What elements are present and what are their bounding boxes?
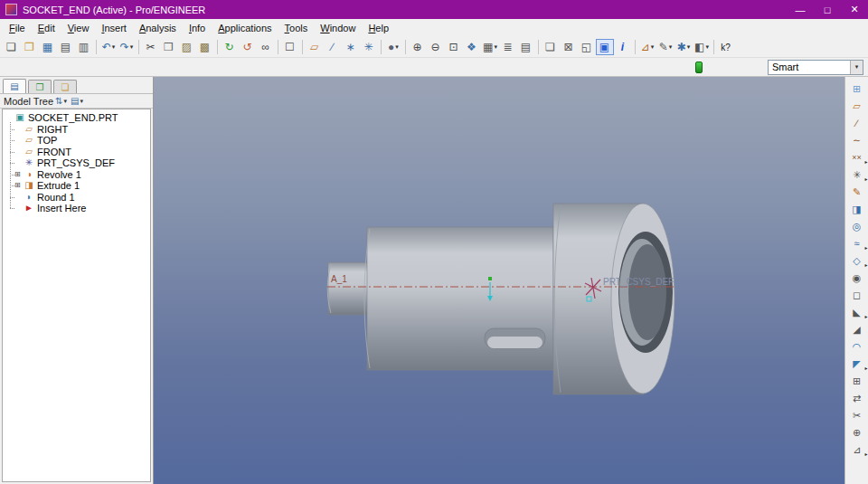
zoom-out-icon[interactable]: ⊖ <box>427 39 445 55</box>
selection-filter-combo[interactable]: Smart ▾ <box>768 60 863 75</box>
chevron-down-icon[interactable]: ▾ <box>850 61 863 74</box>
minimize-button[interactable]: — <box>787 0 814 19</box>
datum-axis-display-icon[interactable]: ∕ <box>324 39 342 55</box>
blend-icon[interactable]: ◇▸ <box>848 253 866 268</box>
csys-label[interactable]: PRT_CSYS_DEF <box>603 277 674 287</box>
save-icon[interactable]: ▦ <box>39 39 57 55</box>
new-window-icon[interactable]: ❏ <box>542 39 560 55</box>
menu-item[interactable]: Help <box>362 21 395 35</box>
titlebar[interactable]: SOCKET_END (Active) - Pro/ENGINEER — □ ✕ <box>0 0 868 19</box>
trim-icon[interactable]: ✂ <box>848 408 866 422</box>
separator <box>713 40 714 54</box>
tree-item-prt-csys-def[interactable]: ✳ PRT_CSYS_DEF <box>3 157 150 169</box>
regenerate-icon[interactable]: ↻ <box>221 39 239 55</box>
tree-item-insert-here[interactable]: ► Insert Here <box>3 203 150 214</box>
display-style-icon[interactable]: ●▾ <box>384 39 402 55</box>
view-manager-icon[interactable]: ▤ <box>517 39 535 55</box>
merge-icon[interactable]: ⊕ <box>848 425 866 440</box>
expand-icon[interactable]: ⊞ <box>14 169 24 180</box>
menu-item[interactable]: Window <box>314 21 362 35</box>
datum-plane-display-icon[interactable]: ▱ <box>306 39 324 55</box>
project-icon[interactable]: ⊿▸ <box>848 442 866 457</box>
shell-icon[interactable]: ◻ <box>848 288 866 302</box>
tree-item-extrude-1[interactable]: ⊞ ◨ Extrude 1 <box>3 180 150 192</box>
model-socket-end[interactable] <box>327 204 675 394</box>
selection-buffer-icon[interactable]: ☐ <box>281 39 299 55</box>
saved-views-icon[interactable]: ▦▾ <box>481 39 499 55</box>
context-help-icon[interactable]: k? <box>717 39 735 55</box>
copy-icon[interactable]: ❒ <box>160 39 178 55</box>
tree-item-round-1[interactable]: ◗ Round 1 <box>3 192 150 204</box>
menu-item[interactable]: Insert <box>95 21 133 35</box>
datum-point-display-icon[interactable]: ∗ <box>342 39 360 55</box>
tree-item-socket-end-prt[interactable]: ▣ SOCKET_END.PRT <box>3 112 150 124</box>
extrude-icon[interactable]: ◨ <box>848 202 866 216</box>
model-tree-tab[interactable]: ▤ <box>3 79 26 93</box>
sweep-icon[interactable]: ≈▸ <box>848 236 866 251</box>
sketch-tool-icon[interactable]: ✎ <box>848 185 866 199</box>
menu-item[interactable]: Applications <box>212 21 278 35</box>
datum-axis-icon[interactable]: ∕ <box>848 116 866 130</box>
tree-item-revolve-1[interactable]: ⊞ ◑ Revolve 1 <box>3 169 150 181</box>
chamfer-icon[interactable]: ◤▸ <box>848 356 866 371</box>
refit-icon[interactable]: ⊡ <box>445 39 463 55</box>
paste-icon[interactable]: ▨ <box>178 39 196 55</box>
paste-special-icon[interactable]: ▩ <box>196 39 214 55</box>
menu-item[interactable]: View <box>61 21 96 35</box>
menu-item[interactable]: Edit <box>32 21 61 35</box>
graphics-viewport[interactable]: A_1 PRT_CSYS_DEF <box>154 77 844 484</box>
draft-icon[interactable]: ◢ <box>848 322 866 337</box>
expand-icon[interactable]: ⊞ <box>14 180 24 191</box>
close-window-icon[interactable]: ⊠ <box>560 39 578 55</box>
model-info-icon[interactable]: i <box>614 39 632 55</box>
utilities-icon[interactable]: ◧▾ <box>693 39 711 55</box>
revolve-icon[interactable]: ◎ <box>848 219 866 233</box>
layers-icon[interactable]: ≣ <box>499 39 517 55</box>
zoom-in-icon[interactable]: ⊕ <box>409 39 427 55</box>
model-view-svg[interactable]: A_1 PRT_CSYS_DEF <box>154 77 844 484</box>
tree-item-front[interactable]: ▱ FRONT <box>3 147 150 158</box>
regen-manager-icon[interactable]: ↺ <box>239 39 257 55</box>
open-file-icon[interactable]: ❐ <box>21 39 39 55</box>
rib-icon[interactable]: ◣▸ <box>848 305 866 319</box>
active-window-icon[interactable]: ▣ <box>596 39 614 55</box>
print-preview-icon[interactable]: ▥ <box>75 39 93 55</box>
datum-curve-icon[interactable]: ∼ <box>848 133 866 147</box>
layer-tree-tab[interactable]: ❐ <box>28 80 52 93</box>
new-file-icon[interactable]: ❏ <box>3 39 21 55</box>
find-icon[interactable]: ∞ <box>257 39 275 55</box>
pattern-icon[interactable]: ⊞ <box>848 374 866 388</box>
mirror-icon[interactable]: ⇄ <box>848 391 866 405</box>
measure-icon[interactable]: ⊿▾ <box>638 39 656 55</box>
regen-status-icon[interactable] <box>695 62 703 73</box>
datum-plane-icon[interactable]: ▱ <box>848 99 866 113</box>
toolbar-glyph: ❒ <box>164 41 174 53</box>
hole-icon[interactable]: ◉ <box>848 270 866 285</box>
tree-item-top[interactable]: ▱ TOP <box>3 135 150 147</box>
close-button[interactable]: ✕ <box>841 0 868 19</box>
open-system-window-icon[interactable]: ◱ <box>578 39 596 55</box>
folder-browser-tab[interactable]: ❏ <box>53 80 77 93</box>
maximize-button[interactable]: □ <box>814 0 841 19</box>
datum-point-icon[interactable]: ××▸ <box>848 150 866 165</box>
tree-item-right[interactable]: ▱ RIGHT <box>3 124 150 136</box>
axis-label[interactable]: A_1 <box>331 274 347 284</box>
tree-show-button[interactable]: ⇅▾ <box>53 96 69 106</box>
repaint-icon[interactable]: ❖ <box>463 39 481 55</box>
undo-icon[interactable]: ↶▾ <box>99 39 118 55</box>
tree-settings-button[interactable]: ▤▾ <box>69 96 85 106</box>
menu-item[interactable]: Analysis <box>133 21 183 35</box>
redo-icon[interactable]: ↷▾ <box>118 39 136 55</box>
model-setup-icon[interactable]: ✱▾ <box>675 39 693 55</box>
annotate-icon[interactable]: ✎▾ <box>656 39 675 55</box>
datum-csys-display-icon[interactable]: ✳ <box>360 39 378 55</box>
cut-icon[interactable]: ✂ <box>142 39 160 55</box>
menu-item[interactable]: Info <box>183 21 212 35</box>
round-icon[interactable]: ◠ <box>848 339 866 354</box>
separator <box>405 40 406 54</box>
menu-item[interactable]: Tools <box>278 21 315 35</box>
window-tile-icon[interactable]: ⊞ <box>848 81 866 96</box>
coordinate-system-icon[interactable]: ✳▸ <box>848 167 866 182</box>
menu-item[interactable]: File <box>3 21 32 35</box>
print-icon[interactable]: ▤ <box>57 39 75 55</box>
